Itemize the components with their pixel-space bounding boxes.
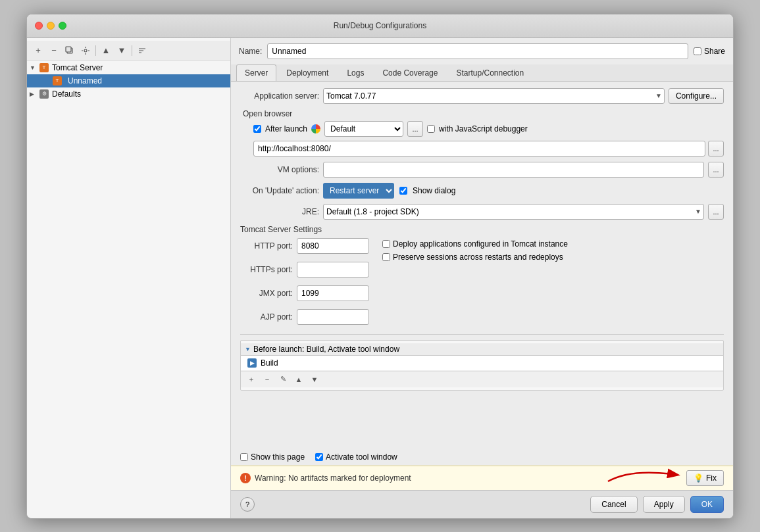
deploy-apps-checkbox[interactable] [382, 240, 390, 248]
deploy-apps-row: Deploy applications configured in Tomcat… [382, 239, 568, 249]
preserve-sessions-row: Preserve sessions across restarts and re… [382, 253, 568, 262]
jre-dots-button[interactable]: ... [708, 204, 724, 220]
fix-button[interactable]: 💡 Fix [686, 470, 724, 486]
main-window: Run/Debug Configurations + − ▲ ▼ [26, 14, 734, 519]
settings-button[interactable] [78, 43, 93, 58]
move-down-button[interactable]: ▼ [114, 43, 129, 58]
content-area: + − ▲ ▼ ▼ T [27, 38, 733, 518]
browser-select[interactable]: Default [324, 121, 403, 137]
preserve-sessions-label: Preserve sessions across restarts and re… [393, 253, 563, 262]
url-input[interactable] [253, 141, 705, 157]
after-launch-checkbox[interactable] [253, 125, 261, 133]
url-dots-button[interactable]: ... [708, 141, 724, 157]
tab-code-coverage[interactable]: Code Coverage [374, 64, 446, 81]
ajp-port-row: AJP port: [240, 309, 369, 325]
titlebar: Run/Debug Configurations [27, 14, 733, 38]
show-this-page-area: Show this page [240, 452, 305, 462]
build-add-button[interactable]: + [245, 373, 258, 386]
bulb-icon: 💡 [694, 473, 703, 483]
before-launch-section: ▼ Before launch: Build, Activate tool wi… [240, 340, 724, 391]
https-port-label: HTTPs port: [240, 265, 293, 274]
https-port-row: HTTPs port: [240, 262, 369, 278]
sort-button[interactable] [135, 43, 149, 58]
after-launch-label: After launch [265, 124, 307, 133]
tab-logs[interactable]: Logs [338, 64, 372, 81]
https-port-input[interactable] [297, 262, 369, 278]
show-dialog-label: Show dialog [413, 186, 455, 195]
name-field-label: Name: [239, 47, 262, 56]
move-up-button[interactable]: ▲ [99, 43, 113, 58]
main-panel: Name: Share Server Deployment Logs Code … [231, 38, 733, 518]
unnamed-label: Unnamed [65, 76, 102, 85]
update-action-area: Restart server Show dialog [323, 183, 455, 199]
show-dialog-checkbox[interactable] [399, 187, 407, 195]
toolbar-sep2 [132, 45, 132, 56]
build-toolbar: + − ✎ ▲ ▼ [241, 371, 723, 387]
footer: ? Cancel Apply OK [231, 490, 733, 518]
copy-config-button[interactable] [63, 43, 77, 58]
build-icon: ▶ [247, 358, 257, 368]
tomcat-server-icon: T [39, 62, 49, 73]
divider [240, 334, 724, 335]
vm-options-dots[interactable]: ... [708, 162, 724, 178]
app-server-select-wrapper: Tomcat 7.0.77 ▼ [323, 88, 665, 104]
tomcat-settings-label: Tomcat Server Settings [240, 225, 724, 234]
jre-select-wrapper: Default (1.8 - project SDK) ▼ [323, 204, 704, 220]
browser-dots-button[interactable]: ... [407, 121, 423, 137]
name-input[interactable] [267, 43, 688, 59]
server-panel-body: Application server: Tomcat 7.0.77 ▼ Conf… [231, 82, 733, 448]
traffic-lights [35, 22, 66, 30]
vm-options-input[interactable] [323, 162, 704, 178]
app-server-select[interactable]: Tomcat 7.0.77 [323, 88, 665, 104]
preserve-sessions-checkbox[interactable] [382, 253, 390, 261]
red-arrow-annotation [605, 465, 684, 485]
maximize-button[interactable] [59, 22, 66, 30]
jre-select[interactable]: Default (1.8 - project SDK) [323, 204, 704, 220]
tab-server[interactable]: Server [236, 64, 276, 81]
tab-startup-connection[interactable]: Startup/Connection [447, 64, 532, 81]
defaults-label: Defaults [52, 89, 81, 99]
sidebar-toolbar: + − ▲ ▼ [27, 41, 230, 61]
share-checkbox[interactable] [694, 47, 701, 55]
activate-tool-window-checkbox[interactable] [315, 453, 323, 461]
close-button[interactable] [35, 22, 43, 30]
on-update-select[interactable]: Restart server [323, 183, 394, 199]
js-debugger-checkbox[interactable] [427, 125, 435, 133]
sidebar-item-defaults[interactable]: ▶ ⚙ Defaults [27, 87, 230, 101]
build-remove-button[interactable]: − [261, 373, 274, 386]
show-this-page-label: Show this page [251, 452, 305, 462]
build-edit-button[interactable]: ✎ [276, 373, 290, 386]
tomcat-server-label: Tomcat Server [52, 63, 103, 72]
svg-rect-1 [66, 47, 71, 52]
ok-button[interactable]: OK [690, 496, 724, 513]
ports-column: HTTP port: HTTPs port: JMX port: AJ [240, 238, 369, 329]
tab-deployment[interactable]: Deployment [278, 64, 337, 81]
js-debugger-label: with JavaScript debugger [439, 124, 528, 133]
help-button[interactable]: ? [240, 497, 255, 512]
minimize-button[interactable] [47, 22, 55, 30]
http-port-label: HTTP port: [240, 241, 293, 251]
tab-bar: Server Deployment Logs Code Coverage Sta… [231, 64, 733, 82]
sidebar-item-tomcat-server[interactable]: ▼ T Tomcat Server [27, 61, 230, 74]
share-label: Share [704, 47, 725, 56]
ajp-port-label: AJP port: [240, 312, 293, 322]
build-down-button[interactable]: ▼ [308, 373, 321, 386]
cancel-button[interactable]: Cancel [590, 496, 637, 513]
remove-config-button[interactable]: − [47, 43, 61, 58]
sidebar-item-unnamed[interactable]: T Unnamed [27, 74, 230, 87]
before-launch-header: ▼ Before launch: Build, Activate tool wi… [241, 343, 723, 356]
window-title: Run/Debug Configurations [334, 21, 426, 30]
ajp-port-input[interactable] [297, 309, 369, 325]
http-port-input[interactable] [297, 238, 369, 254]
share-area: Share [694, 47, 725, 56]
configure-button[interactable]: Configure... [669, 88, 724, 104]
apply-button[interactable]: Apply [643, 496, 685, 513]
jmx-port-input[interactable] [297, 285, 369, 301]
build-item-label: Build [261, 358, 278, 368]
vm-options-row: VM options: ... [240, 162, 724, 178]
activate-tool-window-area: Activate tool window [315, 452, 397, 462]
build-up-button[interactable]: ▲ [292, 373, 305, 386]
browser-row: After launch Default ... with JavaScript… [240, 121, 724, 137]
add-config-button[interactable]: + [31, 43, 45, 58]
show-this-page-checkbox[interactable] [240, 453, 248, 461]
